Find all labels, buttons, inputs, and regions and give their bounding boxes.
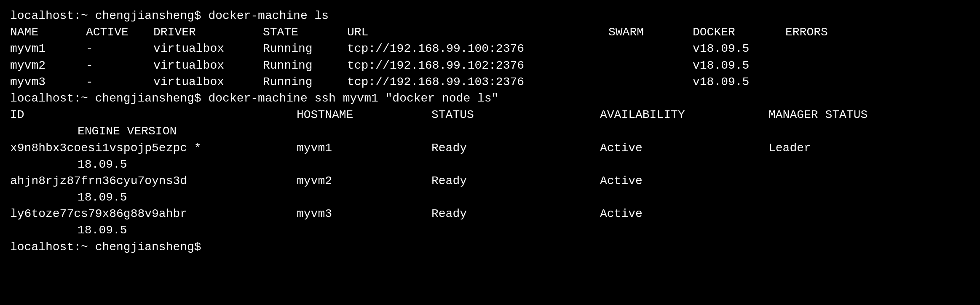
dm-docker-0: v18.09.5	[693, 40, 785, 57]
dn-status-2: Ready	[431, 206, 600, 222]
dn-id-2: ly6toze77cs79x86g88v9ahbr	[10, 206, 297, 222]
dn-manager-0: Leader	[768, 140, 811, 156]
dn-id-1: ahjn8rjz87frn36cyu7oyns3d	[10, 173, 297, 189]
dm-active-0: -	[86, 40, 153, 57]
dn-host-1: myvm2	[297, 173, 431, 189]
dm-col-swarm-header: SWARM	[608, 24, 693, 40]
dm-col-errors-header: ERRORS	[785, 24, 828, 40]
dm-active-2: -	[86, 74, 153, 90]
dm-state-0: Running	[263, 40, 347, 57]
dm-col-active-header: ACTIVE	[86, 24, 153, 40]
dn-data-row-0: x9n8hbx3coesi1vspojp5ezpc * myvm1 Ready …	[10, 140, 970, 156]
dn-avail-0: Active	[600, 140, 768, 156]
command-2: localhost:~ chengjiansheng$ docker-machi…	[10, 90, 970, 107]
dm-data-row-2: myvm3 - virtualbox Running tcp://192.168…	[10, 74, 970, 90]
dm-swarm-2	[608, 74, 693, 90]
dm-url-0: tcp://192.168.99.100:2376	[347, 40, 608, 57]
dn-engine-1: 18.09.5	[10, 189, 970, 206]
dm-col-url-header: URL	[347, 24, 608, 40]
terminal: localhost:~ chengjiansheng$ docker-machi…	[10, 8, 970, 255]
dm-col-state-header: STATE	[263, 24, 347, 40]
dn-id-0: x9n8hbx3coesi1vspojp5ezpc *	[10, 140, 297, 156]
dm-active-1: -	[86, 57, 153, 74]
dn-col-avail-header: AVAILABILITY	[600, 107, 768, 123]
dm-data-row-1: myvm2 - virtualbox Running tcp://192.168…	[10, 57, 970, 74]
dm-url-1: tcp://192.168.99.102:2376	[347, 57, 608, 74]
dm-swarm-0	[608, 40, 693, 57]
dm-driver-2: virtualbox	[153, 74, 263, 90]
dn-avail-2: Active	[600, 206, 768, 222]
command-1: localhost:~ chengjiansheng$ docker-machi…	[10, 8, 970, 24]
dm-driver-0: virtualbox	[153, 40, 263, 57]
dn-status-0: Ready	[431, 140, 600, 156]
dm-docker-2: v18.09.5	[693, 74, 785, 90]
dn-engine-2: 18.09.5	[10, 222, 970, 238]
dn-engine-0: 18.09.5	[10, 156, 970, 173]
dn-host-2: myvm3	[297, 206, 431, 222]
dm-swarm-1	[608, 57, 693, 74]
dm-state-2: Running	[263, 74, 347, 90]
dn-data-row-2: ly6toze77cs79x86g88v9ahbr myvm3 Ready Ac…	[10, 206, 970, 222]
dm-col-docker-header: DOCKER	[693, 24, 785, 40]
dm-driver-1: virtualbox	[153, 57, 263, 74]
dm-url-2: tcp://192.168.99.103:2376	[347, 74, 608, 90]
dm-name-0: myvm1	[10, 40, 86, 57]
dm-name-1: myvm2	[10, 57, 86, 74]
dn-col-host-header: HOSTNAME	[297, 107, 431, 123]
dn-avail-1: Active	[600, 173, 768, 189]
dn-data-row-1: ahjn8rjz87frn36cyu7oyns3d myvm2 Ready Ac…	[10, 173, 970, 189]
dm-col-driver-header: DRIVER	[153, 24, 263, 40]
dm-name-2: myvm3	[10, 74, 86, 90]
dn-col-manager-header: MANAGER STATUS	[768, 107, 868, 123]
dn-engine-header: ENGINE VERSION	[10, 123, 970, 139]
dm-col-name-header: NAME	[10, 24, 86, 40]
dn-status-1: Ready	[431, 173, 600, 189]
dn-col-id-header: ID	[10, 107, 297, 123]
dn-host-0: myvm1	[297, 140, 431, 156]
dn-col-status-header: STATUS	[431, 107, 600, 123]
dm-header-row: NAME ACTIVE DRIVER STATE URL SWARM DOCKE…	[10, 24, 970, 40]
final-prompt: localhost:~ chengjiansheng$	[10, 239, 970, 255]
dm-docker-1: v18.09.5	[693, 57, 785, 74]
dm-state-1: Running	[263, 57, 347, 74]
dn-header-row: ID HOSTNAME STATUS AVAILABILITY MANAGER …	[10, 107, 970, 123]
dm-data-row-0: myvm1 - virtualbox Running tcp://192.168…	[10, 40, 970, 57]
